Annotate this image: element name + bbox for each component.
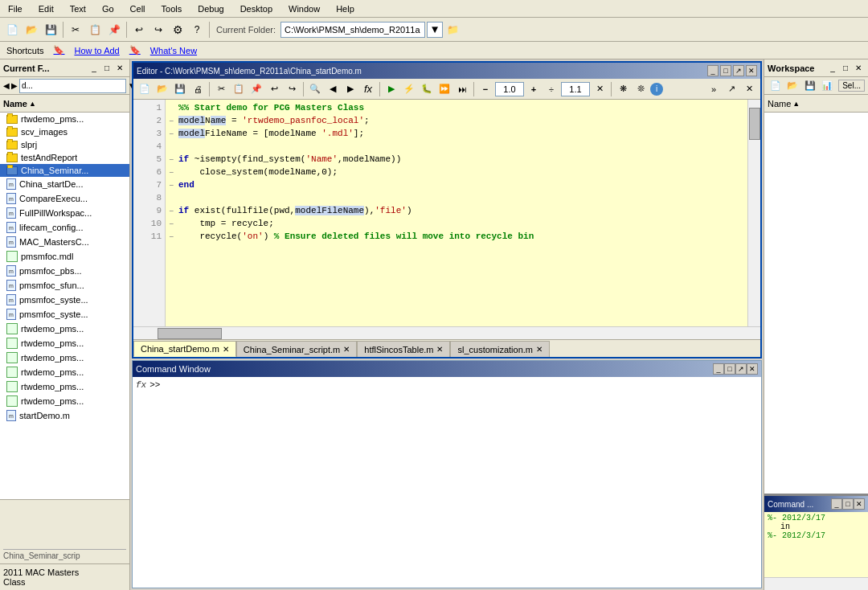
ws-select-btn[interactable]: Sel... — [838, 80, 865, 92]
ed-zoom-input2[interactable]: 1.1 — [561, 82, 590, 96]
ed-run-btn[interactable]: ▶ — [383, 81, 399, 97]
list-item[interactable]: China_Seminar... — [0, 164, 129, 177]
tab-htfl[interactable]: htflSincosTable.m ✕ — [357, 341, 450, 357]
ed-close-btn[interactable]: ✕ — [741, 81, 757, 97]
workspace-bottom-scroll[interactable] — [764, 577, 868, 590]
ed-fx-btn[interactable]: fx — [360, 81, 376, 97]
folder-dropdown-btn[interactable]: ▼ — [427, 22, 443, 38]
list-item[interactable]: m MAC_MastersC... — [0, 235, 129, 249]
how-to-add-link[interactable]: 🔖 — [53, 45, 64, 55]
workspace-close-btn[interactable]: ✕ — [852, 62, 865, 75]
open-btn[interactable]: 📂 — [23, 21, 40, 39]
left-panel-maximize[interactable]: □ — [100, 62, 113, 75]
list-item[interactable]: rtwdemo_pms... — [0, 322, 129, 336]
code-editor[interactable]: %% Start demo for PCG Masters Class – mo… — [166, 100, 747, 326]
cmd-detach-btn[interactable]: ↗ — [735, 363, 747, 375]
cmd-restore-btn[interactable]: □ — [724, 363, 735, 375]
list-item[interactable]: rtwdemo_pms... — [0, 379, 129, 394]
left-panel-minimize[interactable]: _ — [88, 62, 100, 75]
editor-vscrollbar[interactable] — [747, 100, 760, 326]
ed-redo-btn[interactable]: ↪ — [284, 81, 300, 97]
left-panel-close[interactable]: ✕ — [113, 62, 126, 75]
ed-save-btn[interactable]: 💾 — [172, 81, 188, 97]
wb-minimize-btn[interactable]: _ — [831, 498, 842, 510]
back-btn[interactable]: ◀ — [3, 80, 10, 92]
ed-close-zoom-btn[interactable]: ✕ — [592, 81, 608, 97]
list-item[interactable]: slprj — [0, 138, 129, 151]
ws-new-btn[interactable]: 📄 — [768, 78, 784, 94]
command-content[interactable]: fx >> — [133, 377, 761, 588]
editor-minimize-btn[interactable]: _ — [707, 65, 719, 76]
cmd-close-btn[interactable]: ✕ — [747, 363, 758, 375]
list-item[interactable]: m lifecam_config... — [0, 220, 129, 235]
ed-info-btn[interactable]: i — [650, 83, 663, 96]
editor-hscrollbar[interactable] — [133, 326, 760, 339]
ed-cut-btn[interactable]: ✂ — [213, 81, 229, 97]
ws-open-btn[interactable]: 📂 — [785, 78, 801, 94]
whats-new-text[interactable]: What's New — [150, 46, 197, 55]
simulink-btn[interactable]: ⚙ — [169, 21, 186, 39]
ed-cell-btn2[interactable]: ❊ — [633, 81, 649, 97]
list-item[interactable]: rtwdemo_pms... — [0, 350, 129, 365]
ed-step-btn[interactable]: ⏩ — [436, 81, 452, 97]
editor-vscrollbar-thumb[interactable] — [749, 108, 760, 140]
ws-save-btn[interactable]: 💾 — [802, 78, 818, 94]
list-item[interactable]: rtwdemo_pms... — [0, 113, 129, 125]
ed-copy-btn[interactable]: 📋 — [231, 81, 247, 97]
list-item[interactable]: pmsmfoc.mdl — [0, 249, 129, 264]
whats-new-link[interactable]: 🔖 — [129, 45, 141, 55]
editor-hscrollbar-thumb[interactable] — [158, 328, 222, 339]
ed-back-btn[interactable]: ◀ — [325, 81, 341, 97]
ed-debug-btn[interactable]: 🐛 — [419, 81, 435, 97]
menu-file[interactable]: File — [3, 2, 27, 15]
menu-window[interactable]: Window — [284, 2, 325, 15]
new-file-btn[interactable]: 📄 — [3, 21, 21, 39]
paste-btn[interactable]: 📌 — [105, 21, 123, 39]
ed-new-btn[interactable]: 📄 — [137, 81, 153, 97]
menu-tools[interactable]: Tools — [157, 2, 187, 15]
browse-btn[interactable]: 📁 — [444, 21, 462, 39]
ed-cont-btn[interactable]: ⏭ — [454, 81, 470, 97]
folder-nav-input[interactable] — [19, 79, 126, 93]
menu-help[interactable]: Help — [331, 2, 359, 15]
tab-close-btn[interactable]: ✕ — [343, 345, 350, 354]
redo-btn[interactable]: ↪ — [149, 21, 167, 39]
save-btn[interactable]: 💾 — [42, 21, 59, 39]
ed-find-btn[interactable]: 🔍 — [307, 81, 323, 97]
menu-text[interactable]: Text — [65, 2, 91, 15]
list-item[interactable]: rtwdemo_pms... — [0, 365, 129, 379]
ed-more-btn[interactable]: » — [706, 81, 722, 97]
ed-run-section-btn[interactable]: ⚡ — [401, 81, 417, 97]
editor-close-btn[interactable]: ✕ — [746, 65, 757, 76]
menu-edit[interactable]: Edit — [34, 2, 59, 15]
list-item[interactable]: m pmsmfoc_sfun... — [0, 278, 129, 293]
tab-china-seminar[interactable]: China_Seminar_script.m ✕ — [236, 341, 357, 357]
ed-paste-btn[interactable]: 📌 — [248, 81, 264, 97]
cut-btn[interactable]: ✂ — [67, 21, 84, 39]
ed-zoom-out-btn[interactable]: − — [477, 81, 493, 97]
menu-debug[interactable]: Debug — [193, 2, 228, 15]
tab-close-btn[interactable]: ✕ — [436, 345, 443, 354]
sort-icon[interactable]: ▲ — [29, 100, 36, 108]
list-item[interactable]: rtwdemo_pms... — [0, 394, 129, 408]
list-item[interactable]: m FullPillWorkspac... — [0, 206, 129, 220]
editor-detach-btn[interactable]: ↗ — [733, 65, 744, 76]
list-item[interactable]: m China_startDe... — [0, 177, 129, 191]
list-item[interactable]: rtwdemo_pms... — [0, 336, 129, 350]
workspace-maximize-btn[interactable]: □ — [839, 62, 852, 75]
ed-undo-btn[interactable]: ↩ — [266, 81, 282, 97]
ed-forward-btn[interactable]: ▶ — [342, 81, 358, 97]
wb-maximize-btn[interactable]: □ — [842, 498, 854, 510]
ws-plot-btn[interactable]: 📊 — [820, 78, 836, 94]
tab-china-start-demo[interactable]: China_startDemo.m ✕ — [133, 341, 236, 357]
list-item[interactable]: testAndReport — [0, 151, 129, 164]
ws-sort-icon[interactable]: ▲ — [792, 100, 800, 108]
how-to-add-text[interactable]: How to Add — [74, 46, 119, 55]
help-btn[interactable]: ? — [188, 21, 206, 39]
list-item[interactable]: m startDemo.m — [0, 408, 129, 423]
editor-restore-btn[interactable]: □ — [720, 65, 731, 76]
list-item[interactable]: m CompareExecu... — [0, 191, 129, 206]
ed-divide-btn[interactable]: ÷ — [543, 81, 559, 97]
tab-close-btn[interactable]: ✕ — [536, 345, 542, 354]
forward-btn[interactable]: ▶ — [11, 80, 18, 92]
